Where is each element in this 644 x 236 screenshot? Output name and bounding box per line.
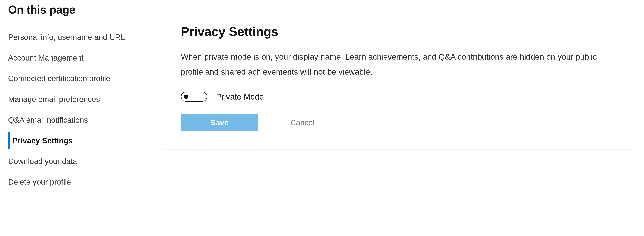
nav-item-privacy-settings[interactable]: Privacy Settings xyxy=(8,130,154,151)
nav-link-label: Delete your profile xyxy=(8,172,154,192)
main-content: Privacy Settings When private mode is on… xyxy=(162,3,634,149)
nav-link-label: Download your data xyxy=(8,151,154,172)
nav-link-label: Q&A email notifications xyxy=(8,110,154,130)
nav-item-account-management[interactable]: Account Management xyxy=(8,48,154,68)
nav-item-connected-certification[interactable]: Connected certification profile xyxy=(8,68,154,89)
privacy-settings-card: Privacy Settings When private mode is on… xyxy=(162,10,634,149)
private-mode-toggle[interactable] xyxy=(181,92,207,102)
nav-item-qa-notifications[interactable]: Q&A email notifications xyxy=(8,110,154,130)
nav-item-delete-profile[interactable]: Delete your profile xyxy=(8,172,154,192)
toggle-handle-icon xyxy=(184,95,188,99)
nav-link-label: Account Management xyxy=(8,48,154,68)
nav-item-download-data[interactable]: Download your data xyxy=(8,151,154,172)
private-mode-label: Private Mode xyxy=(216,92,264,102)
card-description: When private mode is on, your display na… xyxy=(181,49,614,79)
nav-link-label: Privacy Settings xyxy=(8,130,154,151)
nav-list: Personal info, username and URL Account … xyxy=(8,27,154,192)
save-button[interactable]: Save xyxy=(181,114,258,131)
private-mode-row: Private Mode xyxy=(181,92,614,102)
sidebar-title: On this page xyxy=(8,3,154,16)
nav-item-personal-info[interactable]: Personal info, username and URL xyxy=(8,27,154,48)
nav-item-email-preferences[interactable]: Manage email preferences xyxy=(8,89,154,110)
nav-link-label: Personal info, username and URL xyxy=(8,27,154,48)
nav-link-label: Manage email preferences xyxy=(8,89,154,110)
nav-link-label: Connected certification profile xyxy=(8,68,154,89)
card-title: Privacy Settings xyxy=(181,24,614,39)
sidebar: On this page Personal info, username and… xyxy=(8,3,154,192)
cancel-button[interactable]: Cancel xyxy=(264,114,341,131)
button-row: Save Cancel xyxy=(181,114,614,131)
